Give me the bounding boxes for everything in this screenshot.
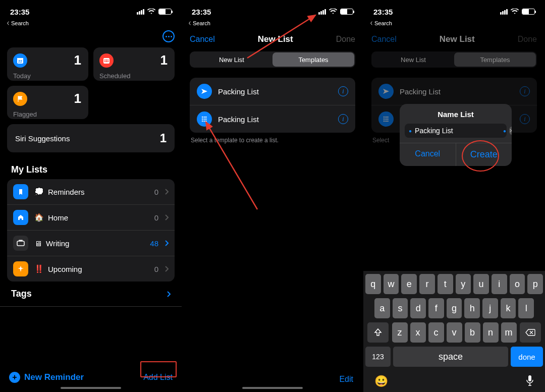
space-key[interactable]: space xyxy=(393,347,508,367)
cancel-button[interactable]: Cancel xyxy=(190,35,215,44)
key-u[interactable]: u xyxy=(473,274,489,294)
cancel-button[interactable]: Cancel xyxy=(371,35,397,44)
plane-icon xyxy=(197,84,212,99)
back-search[interactable]: Search xyxy=(363,19,545,26)
key-g[interactable]: g xyxy=(447,298,462,318)
svg-rect-10 xyxy=(17,241,24,246)
key-n[interactable]: n xyxy=(483,322,499,343)
done-button[interactable]: Done xyxy=(336,35,355,44)
list-name: 🖥Writing xyxy=(34,239,144,248)
list-row[interactable]: ‼️Upcoming0 xyxy=(7,256,175,282)
edit-button[interactable]: Edit xyxy=(339,375,353,384)
emoji-key[interactable]: 😀 xyxy=(374,375,388,388)
home-indicator[interactable] xyxy=(61,387,121,389)
battery-icon xyxy=(522,9,535,15)
card-scheduled[interactable]: 1 Scheduled xyxy=(93,47,175,81)
flagged-count: 1 xyxy=(74,91,81,106)
dictation-key[interactable] xyxy=(526,375,534,386)
key-x[interactable]: x xyxy=(410,322,426,343)
status-bar: 23:35 xyxy=(182,0,363,19)
seg-templates: Templates xyxy=(454,52,536,67)
list-count: 0 xyxy=(154,213,158,222)
kbd-done-key[interactable]: done xyxy=(511,347,543,367)
key-l[interactable]: l xyxy=(518,298,534,318)
back-search[interactable]: Search xyxy=(182,19,363,26)
key-e[interactable]: e xyxy=(401,274,417,294)
key-p[interactable]: p xyxy=(527,274,543,294)
more-button[interactable] xyxy=(162,30,175,42)
template-hint: Select a template to create a list. xyxy=(182,133,363,148)
svg-rect-4 xyxy=(104,60,105,61)
seg-templates[interactable]: Templates xyxy=(272,52,354,67)
plane-icon xyxy=(378,84,394,99)
home-indicator[interactable] xyxy=(242,387,303,389)
card-siri[interactable]: Siri Suggestions 1 xyxy=(7,124,175,152)
status-time: 23:35 xyxy=(10,8,29,16)
key-b[interactable]: b xyxy=(465,322,480,343)
key-i[interactable]: i xyxy=(492,274,507,294)
key-f[interactable]: f xyxy=(428,298,444,318)
key-v[interactable]: v xyxy=(447,322,462,343)
list-row[interactable]: 🖥Writing48 xyxy=(7,231,175,256)
template-name: Packing List xyxy=(218,115,332,124)
selection-handle-right[interactable]: ● xyxy=(503,128,506,134)
svg-rect-23 xyxy=(385,117,389,118)
key-s[interactable]: s xyxy=(393,298,408,318)
tags-row[interactable]: Tags xyxy=(0,282,182,307)
key-y[interactable]: y xyxy=(456,274,471,294)
svg-point-20 xyxy=(384,117,385,118)
popover-title: Name List xyxy=(400,104,512,124)
key-d[interactable]: d xyxy=(410,298,426,318)
clear-input-icon[interactable]: ✕ xyxy=(509,127,512,135)
tags-header: Tags xyxy=(11,289,160,299)
key-z[interactable]: z xyxy=(392,322,408,343)
scheduled-label: Scheduled xyxy=(99,72,168,80)
list-row[interactable]: 💭Reminders0 xyxy=(7,179,175,205)
shift-key[interactable] xyxy=(367,322,389,343)
popover-cancel-button[interactable]: Cancel xyxy=(400,143,456,166)
key-j[interactable]: j xyxy=(482,298,498,318)
template-row[interactable]: Packing Listi xyxy=(190,105,355,133)
back-search[interactable]: Search xyxy=(0,19,182,26)
card-flagged[interactable]: 1 Flagged xyxy=(7,86,88,119)
list-count: 48 xyxy=(150,239,158,248)
name-input[interactable] xyxy=(415,127,503,135)
template-list: Packing ListiPacking Listi xyxy=(190,78,355,133)
segment-control: New List Templates xyxy=(371,51,537,68)
key-o[interactable]: o xyxy=(510,274,525,294)
key-w[interactable]: w xyxy=(384,274,399,294)
battery-icon xyxy=(158,9,172,15)
card-today[interactable]: 22 1 Today xyxy=(7,47,88,81)
template-row[interactable]: Packing Listi xyxy=(190,78,355,105)
template-row[interactable]: Packing Listi xyxy=(371,78,537,105)
key-r[interactable]: r xyxy=(419,274,435,294)
modal-nav: Cancel New List Done xyxy=(182,26,363,49)
info-icon[interactable]: i xyxy=(338,86,348,96)
annotation-highlight-box xyxy=(140,361,177,377)
info-icon[interactable]: i xyxy=(520,86,530,96)
key-q[interactable]: q xyxy=(365,274,381,294)
key-a[interactable]: a xyxy=(374,298,390,318)
info-icon[interactable]: i xyxy=(338,114,348,124)
new-reminder-button[interactable]: + New Reminder xyxy=(9,372,84,383)
list-row[interactable]: 🏠Home0 xyxy=(7,205,175,231)
key-c[interactable]: c xyxy=(428,322,444,343)
key-h[interactable]: h xyxy=(464,298,480,318)
status-time: 23:35 xyxy=(192,8,211,16)
list-name: 💭Reminders xyxy=(34,187,148,196)
svg-point-14 xyxy=(202,121,203,122)
svg-rect-15 xyxy=(203,117,207,118)
numbers-key[interactable]: 123 xyxy=(365,347,391,367)
svg-point-22 xyxy=(384,121,385,122)
info-icon[interactable]: i xyxy=(520,114,530,124)
backspace-key[interactable] xyxy=(520,322,541,343)
annotation-highlight-circle xyxy=(462,140,499,172)
key-t[interactable]: t xyxy=(438,274,453,294)
key-m[interactable]: m xyxy=(501,322,517,343)
segment-control[interactable]: New List Templates xyxy=(190,51,355,68)
chevron-right-icon xyxy=(165,214,169,220)
selection-handle-left[interactable]: ● xyxy=(409,128,412,134)
svg-rect-7 xyxy=(104,61,105,62)
key-k[interactable]: k xyxy=(501,298,516,318)
seg-new-list[interactable]: New List xyxy=(191,52,272,67)
